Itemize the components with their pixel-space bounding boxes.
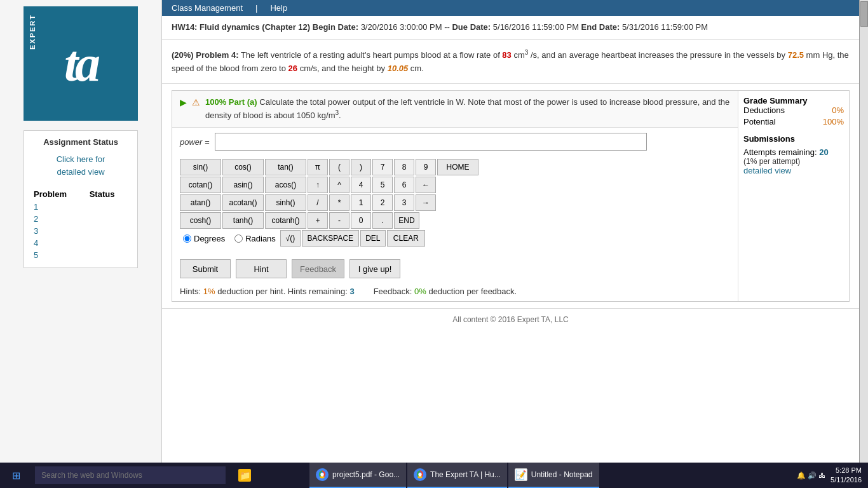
calc-5[interactable]: 5	[372, 177, 393, 193]
calc-del[interactable]: DEL	[360, 230, 386, 247]
calc-3[interactable]: 3	[394, 194, 414, 211]
calc-clear[interactable]: CLEAR	[387, 230, 425, 247]
calc-row-2: cotan() asin() acos() ↑ ^ 4 5 6 ←	[180, 177, 730, 193]
calc-up-arrow[interactable]: ↑	[308, 177, 328, 193]
calc-cos[interactable]: cos()	[222, 159, 264, 175]
attempts-value: 20	[819, 147, 828, 157]
calc-cosh[interactable]: cosh()	[180, 212, 221, 229]
problem-text: (20%) Problem 4: The left ventricle of a…	[162, 40, 859, 84]
copyright-text: All content © 2016 Expert TA, LLC	[452, 315, 569, 324]
per-attempt: (1% per attempt)	[743, 157, 844, 166]
nav-class-management[interactable]: Class Management	[172, 3, 243, 13]
calc-row-3: atan() acotan() sinh() / * 1 2 3 →	[180, 194, 730, 211]
calc-multiply[interactable]: *	[329, 194, 349, 211]
part-description: Calculate the total power output of the …	[205, 97, 729, 121]
click-here-link[interactable]: Click here for detailed view	[31, 153, 131, 178]
calculator: sin() cos() tan() π ( ) 7 8 9 HOME	[172, 156, 738, 254]
begin-date-label: Begin Date:	[313, 22, 358, 32]
calc-2[interactable]: 2	[372, 194, 393, 211]
grade-summary-title: Grade Summary	[743, 96, 844, 105]
radio-degrees-label[interactable]: Degrees	[183, 234, 225, 243]
date-display: 5/11/2016	[831, 475, 862, 485]
taskbar-item-project5-label: project5.pdf - Goo...	[332, 470, 400, 479]
calc-7[interactable]: 7	[372, 159, 393, 175]
calc-pi[interactable]: π	[308, 159, 328, 175]
taskbar-search[interactable]	[35, 466, 226, 484]
calc-sin[interactable]: sin()	[180, 159, 221, 175]
content-footer: All content © 2016 Expert TA, LLC	[162, 308, 859, 330]
hint-button[interactable]: Hint	[236, 259, 287, 278]
nav-help[interactable]: Help	[270, 3, 287, 13]
calc-home[interactable]: HOME	[437, 159, 478, 175]
radio-row: Degrees Radians	[183, 230, 276, 247]
page-scrollbar[interactable]	[859, 0, 868, 463]
start-button[interactable]: ⊞	[0, 463, 32, 488]
problem-value4: 10.05	[388, 64, 409, 73]
problem-text-before: The left ventricle of a resting adult's …	[241, 50, 502, 60]
taskbar-item-project5[interactable]: project5.pdf - Goo...	[309, 463, 406, 488]
hints-label: Hints: 1% deduction per hint. Hints rema…	[180, 287, 355, 296]
calc-acos[interactable]: acos()	[265, 177, 306, 193]
part-percent: 100% Part (a)	[205, 97, 257, 107]
calc-atan[interactable]: atan()	[180, 194, 221, 211]
scrollbar-thumb[interactable]	[860, 1, 868, 27]
hints-remaining: 3	[349, 287, 354, 296]
calc-plus[interactable]: +	[308, 212, 328, 229]
input-label: power =	[180, 137, 210, 147]
feedback-button[interactable]: Feedback	[292, 259, 344, 278]
problem-link-3[interactable]: 3	[34, 226, 38, 236]
calc-9[interactable]: 9	[416, 159, 436, 175]
calc-close-paren[interactable]: )	[351, 159, 371, 175]
grade-side-panel: Grade Summary Deductions 0% Potential 10…	[738, 91, 849, 301]
calc-6[interactable]: 6	[394, 177, 414, 193]
calc-divide[interactable]: /	[308, 194, 328, 211]
calc-open-paren[interactable]: (	[329, 159, 349, 175]
sidebar: EXPERT ta Assignment Status Click here f…	[0, 0, 162, 463]
logo: EXPERT ta	[24, 6, 138, 121]
problem-link-5[interactable]: 5	[34, 250, 38, 260]
calc-tan[interactable]: tan()	[265, 159, 306, 175]
calc-end[interactable]: END	[394, 212, 419, 229]
calc-caret[interactable]: ^	[329, 177, 349, 193]
calc-sinh[interactable]: sinh()	[265, 194, 306, 211]
calc-minus[interactable]: -	[329, 212, 349, 229]
calc-sqrt[interactable]: √()	[280, 230, 301, 247]
problem-value1: 83	[502, 50, 511, 60]
file-explorer-icon: 📁	[238, 469, 251, 482]
problem-link-1[interactable]: 1	[34, 202, 38, 212]
calc-left-arrow[interactable]: ←	[416, 177, 436, 193]
calc-4[interactable]: 4	[351, 177, 371, 193]
taskbar-item-expertta-label: The Expert TA | Hu...	[430, 470, 501, 479]
detailed-view-link[interactable]: detailed view	[743, 166, 791, 175]
calc-tanh[interactable]: tanh()	[222, 212, 264, 229]
calc-0[interactable]: 0	[351, 212, 371, 229]
problem-link-4[interactable]: 4	[34, 238, 38, 248]
calc-8[interactable]: 8	[394, 159, 414, 175]
taskbar-item-file-explorer[interactable]: 📁	[232, 463, 308, 488]
problem-link-2[interactable]: 2	[34, 214, 38, 224]
calc-1[interactable]: 1	[351, 194, 371, 211]
answer-input[interactable]	[215, 133, 647, 151]
taskbar-items: 📁 project5.pdf - Goo... The Expert TA | …	[232, 463, 599, 488]
problem-value2: 72.5	[788, 50, 804, 60]
hw-dash: --	[444, 22, 452, 32]
calc-asin[interactable]: asin()	[222, 177, 264, 193]
radio-radians[interactable]	[234, 234, 243, 243]
calc-decimal[interactable]: .	[372, 212, 393, 229]
submit-button[interactable]: Submit	[180, 259, 231, 278]
top-nav: Class Management | Help	[162, 0, 859, 16]
radio-degrees[interactable]	[183, 234, 191, 243]
taskbar-item-expertta[interactable]: The Expert TA | Hu...	[407, 463, 507, 488]
nav-sep: |	[255, 3, 257, 13]
give-up-button[interactable]: I give up!	[349, 259, 400, 278]
calc-right-arrow[interactable]: →	[416, 194, 436, 211]
problem-unit1: cm	[513, 50, 524, 60]
calc-cotan[interactable]: cotan()	[180, 177, 221, 193]
radio-radians-label[interactable]: Radians	[234, 234, 276, 243]
feedback-label: Feedback: 0% deduction per feedback.	[374, 287, 517, 296]
taskbar-item-notepad[interactable]: 📝 Untitled - Notepad	[508, 463, 599, 488]
calc-acotan[interactable]: acotan()	[222, 194, 264, 211]
table-row: 3	[31, 225, 131, 237]
calc-backspace[interactable]: BACKSPACE	[302, 230, 359, 247]
calc-cotanh[interactable]: cotanh()	[265, 212, 306, 229]
